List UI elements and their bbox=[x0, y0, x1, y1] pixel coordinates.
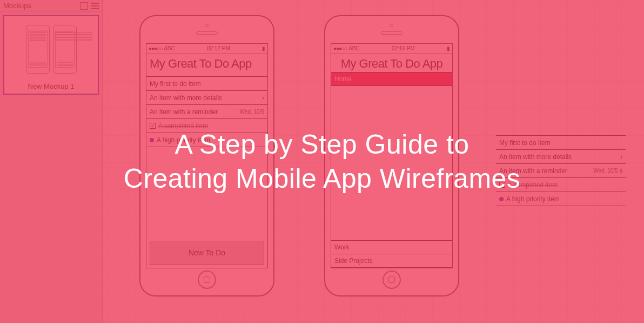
list-item[interactable]: My first to do item bbox=[146, 77, 267, 91]
list-item[interactable]: An item with a reminder Wed. 10/5 bbox=[146, 105, 267, 119]
list-item[interactable]: A high priority item bbox=[496, 192, 626, 206]
status-bar: ●●●○○ ABC 02:16 PM ▮ bbox=[331, 44, 452, 54]
priority-dot-icon bbox=[150, 138, 154, 142]
carrier-label: ABC bbox=[348, 45, 360, 51]
checkbox-checked-icon[interactable]: ✓ bbox=[150, 123, 156, 129]
item-label: A completed item bbox=[158, 122, 208, 130]
list-item[interactable]: ✓ A completed item bbox=[146, 119, 267, 133]
priority-dot-icon bbox=[499, 197, 504, 201]
item-label: A high priority item bbox=[157, 136, 210, 144]
home-button-icon[interactable] bbox=[198, 271, 216, 289]
new-todo-button[interactable]: New To Do bbox=[150, 241, 264, 265]
signal-icon: ●●●○○ bbox=[149, 45, 162, 51]
item-label: An item with more details bbox=[150, 94, 222, 102]
phone-mockup-2[interactable]: ●●●○○ ABC 02:16 PM ▮ My Great To Do App … bbox=[324, 15, 459, 296]
phone-mockup-1[interactable]: ●●●○○ ABC 02:12 PM ▮ My Great To Do App … bbox=[139, 15, 274, 296]
item-label: An item with more details bbox=[499, 153, 572, 161]
item-label: An item with a reminder bbox=[499, 167, 567, 175]
section-side-projects[interactable]: Side Projects bbox=[331, 254, 452, 268]
chevron-right-icon: › bbox=[262, 94, 264, 102]
item-label: An item with a reminder bbox=[150, 108, 218, 116]
item-label: A completed item bbox=[508, 181, 558, 189]
list-item[interactable]: An item with more details › bbox=[146, 91, 267, 105]
thumb-phone-1 bbox=[26, 25, 50, 74]
home-button-icon[interactable] bbox=[383, 271, 401, 289]
section-work[interactable]: Work bbox=[331, 241, 452, 254]
menu-icon[interactable] bbox=[91, 3, 99, 9]
carrier-label: ABC bbox=[164, 45, 175, 51]
battery-icon: ▮ bbox=[262, 45, 265, 51]
mockups-sidebar: Mockups bbox=[0, 0, 103, 323]
phone1-screen: ●●●○○ ABC 02:12 PM ▮ My Great To Do App … bbox=[146, 43, 268, 268]
item-date: Wed. 10/5 a bbox=[593, 168, 622, 174]
wireframe-canvas[interactable]: Mockups bbox=[0, 0, 644, 323]
app-title: My Great To Do App bbox=[146, 54, 267, 72]
item-label: My first to do item bbox=[150, 80, 201, 88]
clock-label: 02:16 PM bbox=[360, 45, 447, 51]
list-item[interactable]: ✓ A completed item bbox=[496, 178, 626, 192]
phone2-screen: ●●●○○ ABC 02:16 PM ▮ My Great To Do App … bbox=[331, 43, 453, 268]
checkbox-checked-icon[interactable]: ✓ bbox=[499, 182, 505, 188]
todo-list: My first to do item An item with more de… bbox=[146, 76, 267, 147]
signal-icon: ●●●○○ bbox=[333, 45, 347, 51]
thumb-label: New Mockup 1 bbox=[8, 82, 95, 90]
list-item[interactable]: My first to do item bbox=[496, 136, 626, 150]
mockup-thumbnail[interactable]: New Mockup 1 bbox=[3, 15, 99, 95]
app-title: My Great To Do App bbox=[331, 54, 452, 72]
list-item[interactable]: An item with a reminder Wed. 10/5 a bbox=[496, 164, 626, 178]
status-bar: ●●●○○ ABC 02:12 PM ▮ bbox=[146, 44, 267, 54]
item-label: My first to do item bbox=[499, 139, 551, 147]
battery-icon: ▮ bbox=[447, 45, 450, 51]
list-item[interactable]: An item with more details › bbox=[496, 150, 626, 164]
item-label: A high priority item bbox=[506, 195, 560, 203]
sidebar-title: Mockups bbox=[3, 2, 31, 10]
floating-list-component[interactable]: My first to do item An item with more de… bbox=[496, 135, 626, 206]
section-body bbox=[331, 86, 452, 240]
section-home[interactable]: Home bbox=[331, 72, 452, 86]
clock-label: 02:12 PM bbox=[175, 45, 262, 51]
item-date: Wed. 10/5 bbox=[240, 109, 264, 115]
grid-view-icon[interactable] bbox=[81, 2, 88, 10]
list-item[interactable]: A high priority item bbox=[146, 133, 267, 147]
mini-snippet bbox=[55, 32, 92, 41]
sidebar-header: Mockups bbox=[0, 0, 102, 12]
chevron-right-icon: › bbox=[620, 153, 622, 161]
